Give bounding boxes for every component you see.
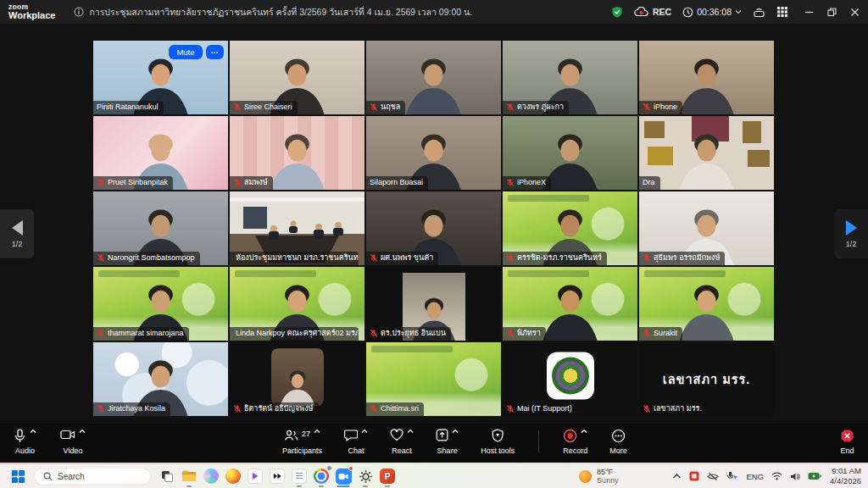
clipchamp-icon [248,469,263,484]
weather-widget[interactable]: 85°F Sunny [579,468,619,485]
task-view-button[interactable] [156,465,178,487]
clipchamp-button[interactable] [244,465,266,487]
taskbar-search[interactable]: Search [34,468,151,485]
share-button[interactable]: Share [436,429,459,455]
participant-tile-iphonex[interactable]: iPhoneX [503,116,637,190]
participant-tile-thammarat[interactable]: thammarat simarojana [93,267,228,341]
chevron-up-icon[interactable] [407,429,414,434]
participant-tile-sutheemon[interactable]: สุธีมพร อรรถมีกพงษ์ [639,191,774,265]
host-tools-button[interactable]: Host tools [481,429,515,455]
mic-muted-icon [370,329,378,338]
participants-icon [284,429,298,441]
participant-tile-khanchit[interactable]: ครรชิต-มรภ.ราชนครินทร์ [503,191,637,265]
participant-tile-linda[interactable]: Linda Narkpoy คณะครุศาสตร์02 มรภ.รา... [230,267,364,341]
chrome-button[interactable] [310,465,332,487]
participant-name-label: Dra [639,176,660,191]
encryption-shield-icon[interactable] [611,6,623,18]
chevron-right-icon [846,220,857,236]
end-meeting-button[interactable]: End [840,429,854,455]
participant-name-label: ครรชิต-มรภ.ราชนครินทร์ [503,252,607,266]
participant-tile-prayut[interactable]: ดร.ประยุทธ อินแบน [366,267,501,341]
battery-icon[interactable] [808,472,821,480]
capcut-button[interactable] [266,465,288,487]
mic-muted-icon [506,329,515,338]
participant-tile-silaporn[interactable]: Silaporn Buasai [366,116,501,190]
chevron-up-icon[interactable] [452,429,459,434]
wifi-icon[interactable] [771,472,782,480]
microphone-icon [14,429,26,443]
participant-tile-jiratchaya[interactable]: Jiratchaya Kosila [93,342,228,416]
hidden-eye-icon[interactable] [707,472,719,481]
powerpoint-button[interactable]: P [376,465,398,487]
host-tools-label: Host tools [481,446,515,455]
file-explorer-button[interactable] [178,465,200,487]
copilot-icon [203,469,219,484]
participant-tile-chittima[interactable]: Chittima.sri [366,342,501,416]
record-icon [563,429,577,443]
file-explorer-icon [181,469,197,483]
participants-label: Participants [282,446,322,455]
participant-name-label: Mai (IT Support) [503,402,577,417]
notepad-button[interactable] [288,465,310,487]
previous-page-button[interactable]: 1/2 [0,209,34,258]
participant-tile-lekha-sapha[interactable]: เลขาสภา มรร. เลขาสภา มรร. [639,342,774,416]
participant-tile-dra[interactable]: Dra [639,116,774,190]
participant-tile-mai[interactable]: Mai (IT Support) [503,342,637,416]
powerpoint-icon: P [380,469,395,484]
volume-icon[interactable] [790,472,800,481]
participant-tile-thidarat[interactable]: ธิดารัตน์ อธิปัญจพงษ์ [230,342,364,416]
next-page-button[interactable]: 1/2 [834,209,868,258]
participant-tile-surakit[interactable]: Surakit [639,267,774,341]
chevron-up-icon[interactable] [314,429,320,434]
participant-tile-meeting-room-active-speaker[interactable]: ห้องประชุมมหาชนก มรภ.ราชนครินทร์ [230,191,364,265]
meeting-timer[interactable]: 00:36:08 [682,7,742,18]
info-icon[interactable] [74,7,84,17]
participant-tile-iphone[interactable]: iPhone [639,41,774,114]
react-button[interactable]: React [390,429,414,455]
participant-tile-narongrit[interactable]: Narongrit Sombatsompop [93,191,228,265]
chevron-up-icon[interactable] [361,429,368,434]
participant-tile-siree[interactable]: Siree Chaiseri [230,41,364,114]
chevron-up-icon[interactable] [30,429,36,434]
audio-label: Audio [15,446,35,455]
more-button[interactable]: More [609,429,627,455]
start-button[interactable] [7,465,29,487]
tray-overflow-chevron-icon[interactable] [672,473,682,480]
taskbar-clock[interactable]: 9:01 AM 4/4/2026 [830,466,861,486]
chat-button[interactable]: Chat [344,429,368,455]
language-indicator[interactable]: ENG [746,472,764,481]
participant-more-button[interactable]: ⋯ [206,45,225,59]
recording-indicator[interactable]: REC [634,7,671,17]
zoom-app-button[interactable] [332,465,354,487]
close-button[interactable] [850,8,860,17]
mute-participant-button[interactable]: Mute [169,45,202,59]
gallery-view-grid-icon[interactable] [776,6,788,18]
participant-name-label: Chittima.sri [366,402,424,417]
restore-button[interactable] [827,8,837,17]
firefox-button[interactable] [222,465,244,487]
settings-button[interactable] [354,465,376,487]
participant-name-label: Piniti Ratananukul [93,101,164,115]
chevron-up-icon[interactable] [581,429,587,434]
microphone-location-icon[interactable] [726,471,738,481]
participant-tile-phiphatra[interactable]: พิภัทรา [503,267,637,341]
copilot-button[interactable] [200,465,222,487]
chevron-up-icon[interactable] [79,429,86,434]
minimize-button[interactable] [804,8,814,17]
participant-name-label: Linda Narkpoy คณะครุศาสตร์02 มรภ.รา... [230,327,359,341]
tray-app-icon[interactable] [689,471,699,481]
participant-tile-pruet[interactable]: Pruet Siribanpitak [93,116,228,190]
end-label: End [840,446,854,455]
participant-tile-naruechon[interactable]: นฤชล [366,41,501,114]
participants-button[interactable]: 27 Participants [282,429,322,455]
video-button[interactable]: Video [60,429,86,455]
audio-button[interactable]: Audio [14,429,36,455]
participant-tile-sompong[interactable]: สมพงษ์ [230,116,364,190]
participant-tile-piniti[interactable]: Mute ⋯ Piniti Ratananukul [93,41,228,114]
participant-tile-nopporn[interactable]: ผศ.นพพร ขุนค้า [366,191,501,265]
participant-name-label: พิภัทรา [503,327,546,341]
participant-tile-duangporn[interactable]: ดวงพร ภู่ผะกา [503,41,637,114]
avatar-photo [271,352,324,406]
record-button[interactable]: Record [563,429,587,455]
connected-device-icon[interactable] [753,7,765,18]
